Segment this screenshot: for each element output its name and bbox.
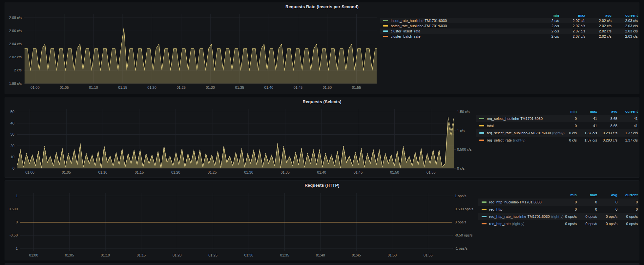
svg-text:01:30: 01:30 [206,85,215,89]
legend-series-name[interactable]: req_select_huolinhe-TM1701:6030 [487,117,543,121]
green-series-swatch-icon[interactable] [383,20,388,21]
svg-text:-1: -1 [14,246,18,250]
green-series-swatch-icon[interactable] [482,201,487,203]
legend-value-avg: 0 ops/s [597,222,617,226]
right-y-tag: (right-y) [513,138,526,142]
legend-series-name[interactable]: total [487,124,494,128]
legend-header-current[interactable]: current [612,13,638,17]
legend-series-name[interactable]: req_http_rate [489,222,510,226]
next-panel-row-edge [5,263,639,265]
svg-text:-1 ops/s: -1 ops/s [455,246,468,250]
legend-series-name[interactable]: req_http_huolinhe-TM1701:6030 [489,200,542,204]
panel-requests-selects: Requests (Selects) 01:0001:0501:1001:150… [5,97,639,178]
svg-text:1 ops/s: 1 ops/s [455,194,467,198]
orange-series-swatch-icon[interactable] [482,223,487,224]
legend-header-avg[interactable]: avg [597,109,617,113]
grafana-dashboard: Requests Rate (Inserts per Second) 01:00… [0,0,644,265]
svg-text:0 ops/s: 0 ops/s [455,220,467,224]
legend-row: req_http_rate(right-y)0 ops/s0 ops/s0 op… [478,220,638,227]
legend-row: insert_rate_huolinhe-TM1701:60302 c/s2.0… [380,18,638,23]
legend-series-name[interactable]: req_select_rate [487,138,512,142]
legend-header-avg[interactable]: avg [585,13,612,17]
panel-title[interactable]: Requests (HTTP) [304,183,339,188]
legend-value-current: 2.03 c/s [612,29,638,33]
yellow-series-swatch-icon[interactable] [479,125,484,126]
legend-series-name[interactable]: req_http [489,207,502,211]
legend-series-name[interactable]: insert_rate_huolinhe-TM1701:6030 [391,19,447,23]
svg-text:01:55: 01:55 [426,170,436,174]
svg-text:2.04 c/s: 2.04 c/s [9,42,22,46]
yellow-series-swatch-icon[interactable] [383,25,388,27]
legend-value-current: 1.37 c/s [617,131,638,135]
cyan-series-swatch-icon[interactable] [479,132,484,134]
selects-chart[interactable]: 01:0001:0501:1001:1501:2001:2501:3001:35… [5,106,476,177]
legend-header-max[interactable]: max [559,13,585,17]
svg-text:01:50: 01:50 [388,253,397,257]
legend-series-name[interactable]: req_http_rate_huolinhe-TM1701:6030 [489,215,550,218]
svg-text:01:05: 01:05 [60,85,69,89]
svg-text:01:55: 01:55 [424,253,433,257]
http-chart[interactable]: 01:0001:0501:1001:1501:2001:2501:3001:35… [5,189,478,259]
svg-text:01:50: 01:50 [323,85,332,89]
legend-value-current: 2.03 c/s [612,19,638,23]
svg-text:01:40: 01:40 [264,85,274,89]
legend-row: req_http0000 [478,206,638,213]
legend-value-current: 0 [617,207,638,211]
legend-header-row: minmaxavgcurrent [380,13,638,18]
legend-header-min[interactable]: min [556,193,577,197]
legend-value-avg: 2.02 c/s [585,29,612,33]
legend-value-min: 2 c/s [533,24,559,28]
svg-text:-0.50 ops/s: -0.50 ops/s [455,233,473,237]
svg-text:01:10: 01:10 [98,170,108,174]
legend-value-max: 1.37 c/s [577,138,597,142]
legend-value-current: 41 [617,117,638,121]
svg-text:2 c/s: 2 c/s [14,68,22,72]
legend-value-avg: 2.02 c/s [585,34,612,38]
legend-value-min: 2 c/s [533,34,559,38]
svg-text:01:50: 01:50 [390,170,399,174]
legend-value-max: 2.07 c/s [559,34,585,38]
legend-value-avg: 2.02 c/s [585,19,612,23]
legend-series-name[interactable]: cluster_insert_rate [391,29,421,33]
cyan-series-swatch-icon[interactable] [482,216,487,217]
legend-value-current: 2.03 c/s [612,34,638,38]
panel-header[interactable]: Requests Rate (Inserts per Second) [5,2,639,11]
panel-header[interactable]: Requests (HTTP) [5,181,639,189]
legend-series-name[interactable]: batch_rate_huolinhe-TM1701:6030 [391,24,447,28]
legend-series-name[interactable]: cluster_batch_rate [391,34,421,38]
panel-title[interactable]: Requests Rate (Inserts per Second) [285,4,359,9]
legend-header-min[interactable]: min [533,13,559,17]
inserts-rate-chart[interactable]: 01:0001:0501:1001:1501:2001:2501:3001:35… [5,11,380,93]
legend-value-min: 0 c/s [556,131,577,135]
svg-text:01:20: 01:20 [173,253,182,257]
legend-header-max[interactable]: max [577,109,597,113]
legend-value-max: 2.07 c/s [559,29,585,33]
legend-header-current[interactable]: current [617,193,638,197]
legend-value-min: 0 [556,200,577,204]
cyan-series-swatch-icon[interactable] [383,30,388,32]
orange-series-swatch-icon[interactable] [479,140,484,141]
orange-series-swatch-icon[interactable] [383,36,388,37]
svg-text:0.500 ops/s: 0.500 ops/s [455,207,473,211]
panel-header[interactable]: Requests (Selects) [5,97,639,106]
svg-text:01:05: 01:05 [65,253,74,257]
green-series-swatch-icon[interactable] [479,118,484,119]
legend-value-avg: 0.293 c/s [597,138,617,142]
svg-text:20: 20 [10,144,14,148]
svg-text:01:40: 01:40 [316,253,325,257]
legend-value-max: 1.37 c/s [577,131,597,135]
legend-value-max: 0 [577,200,597,204]
legend-series-name[interactable]: req_select_rate_huolinhe-TM1701:6030 [487,131,551,135]
panel-title[interactable]: Requests (Selects) [302,99,341,104]
legend-header-min[interactable]: min [556,109,577,113]
legend-row: req_http_huolinhe-TM1701:60300000 [478,199,638,206]
legend-value-avg: 0 ops/s [597,215,617,218]
legend-value-min: 2 c/s [533,19,559,23]
svg-text:30: 30 [10,132,14,136]
legend-header-avg[interactable]: avg [597,193,617,197]
yellow-series-swatch-icon[interactable] [482,209,487,210]
legend-header-current[interactable]: current [617,109,638,113]
svg-text:2.08 c/s: 2.08 c/s [9,16,22,20]
legend-header-max[interactable]: max [577,193,597,197]
svg-text:0 c/s: 0 c/s [457,166,465,170]
